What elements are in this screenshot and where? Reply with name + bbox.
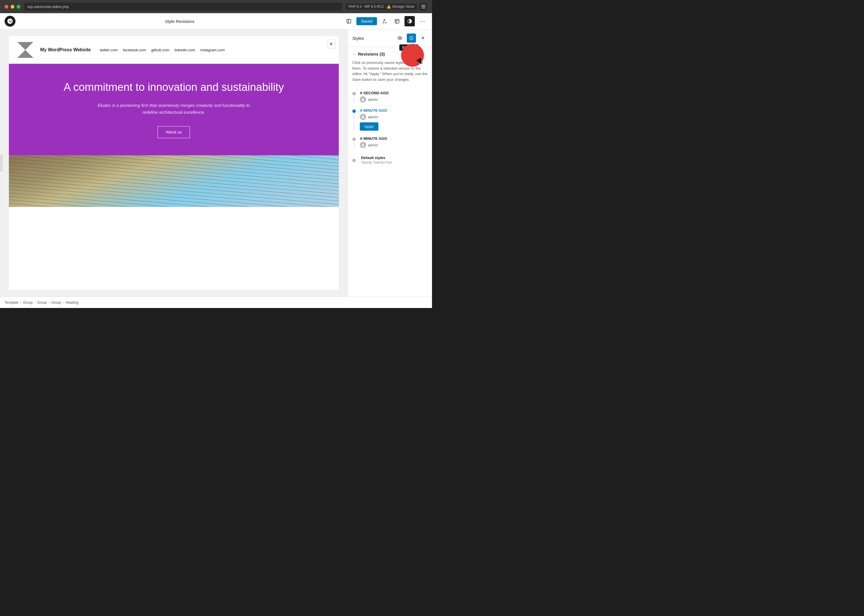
revision-line-3 xyxy=(354,142,354,148)
revision-dot-2 xyxy=(352,110,356,113)
panel-header-title: Styles xyxy=(352,36,393,41)
revisions-heading: Revisions (3) xyxy=(358,52,385,57)
hero-subtitle: Études is a pioneering firm that seamles… xyxy=(94,102,254,116)
side-panel: Styles Revision ✕ ← Revisions (3) Click … xyxy=(347,30,432,297)
minimize-traffic-light[interactable] xyxy=(11,5,14,9)
main-layout: My WordPress Website twitter.com faceboo… xyxy=(0,30,432,297)
revision-time-3: A MINUTE AGO xyxy=(360,137,427,141)
maximize-traffic-light[interactable] xyxy=(17,5,20,9)
revision-content-1: A SECOND AGO admin xyxy=(360,91,427,102)
site-image-section xyxy=(9,155,339,207)
admin-bar-title: Style Revisions xyxy=(19,19,340,24)
svg-point-5 xyxy=(362,98,364,99)
nav-link-facebook[interactable]: facebook.com xyxy=(123,48,146,52)
default-styles-title: Default styles xyxy=(361,156,392,160)
more-options-button[interactable]: ⋯ xyxy=(417,16,427,26)
default-dot xyxy=(352,159,356,162)
brush-icon xyxy=(382,19,387,24)
layout-icon xyxy=(394,19,400,24)
brush-icon-button[interactable] xyxy=(379,16,390,26)
author-avatar-1 xyxy=(360,96,366,102)
browser-actions: PHP 8.3 - WP 6.5-RC2 - ⚠️ Storage: None xyxy=(346,3,427,11)
breadcrumb-sep-2: › xyxy=(35,300,36,305)
user-icon-3 xyxy=(361,143,365,147)
architectural-image xyxy=(9,155,339,207)
panel-header: Styles Revision ✕ xyxy=(348,30,432,47)
user-icon-1 xyxy=(361,97,365,101)
revision-dot-col-1 xyxy=(352,91,356,102)
revision-author-row-1: admin xyxy=(360,96,427,102)
revision-time-1: A SECOND AGO xyxy=(360,91,427,95)
preview-icon-button[interactable] xyxy=(344,16,354,26)
apply-button[interactable]: Apply xyxy=(360,123,379,130)
menu-line-2 xyxy=(421,6,426,7)
hero-title: A commitment to innovation and sustainab… xyxy=(20,81,327,94)
default-styles-subtitle: Twenty Twenty-Four xyxy=(361,160,392,165)
close-traffic-light[interactable] xyxy=(5,5,8,9)
nav-link-linkedin[interactable]: linkedin.com xyxy=(174,48,195,52)
revision-author-row-2: admin xyxy=(360,114,427,120)
eye-icon-button[interactable] xyxy=(395,33,404,43)
contrast-icon-button[interactable] xyxy=(404,16,415,26)
author-avatar-2 xyxy=(360,114,366,120)
preview-icon xyxy=(346,19,352,24)
revision-dot-col-3 xyxy=(352,137,356,148)
menu-line-3 xyxy=(421,8,426,8)
history-icon-button[interactable]: Revision xyxy=(407,33,416,43)
contrast-icon xyxy=(407,19,412,24)
saved-button[interactable]: Saved xyxy=(357,17,377,25)
site-hero: A commitment to innovation and sustainab… xyxy=(9,64,339,155)
revision-line-2 xyxy=(354,114,354,130)
revision-dot-col-2 xyxy=(352,108,356,130)
browser-menu-button[interactable] xyxy=(419,3,427,11)
default-styles-content: Default styles Twenty Twenty-Four xyxy=(361,156,392,165)
svg-point-3 xyxy=(399,38,401,39)
breadcrumb-item-heading[interactable]: Heading xyxy=(66,300,79,305)
svg-point-7 xyxy=(362,143,364,145)
site-nav: twitter.com facebook.com github.com link… xyxy=(100,48,225,52)
history-icon xyxy=(409,36,414,41)
breadcrumb-sep-4: › xyxy=(63,300,64,305)
admin-bar-actions: Saved ⋯ xyxy=(344,16,427,26)
close-panel-button[interactable]: ✕ xyxy=(418,33,427,43)
breadcrumb: Template › Group › Group › Group › Headi… xyxy=(0,297,432,308)
cursor-indicator xyxy=(401,44,424,67)
site-logo xyxy=(17,42,33,58)
traffic-lights xyxy=(5,5,20,9)
wp-admin-bar: Style Revisions Saved ⋯ xyxy=(0,13,432,30)
breadcrumb-item-group-3[interactable]: Group xyxy=(51,300,61,305)
wordpress-logo-icon xyxy=(7,18,13,24)
svg-point-6 xyxy=(362,115,364,117)
nav-link-instagram[interactable]: instagram.com xyxy=(201,48,225,52)
default-styles-section: Default styles Twenty Twenty-Four xyxy=(352,153,427,165)
layout-icon-button[interactable] xyxy=(392,16,402,26)
list-item[interactable]: A SECOND AGO admin xyxy=(352,88,427,105)
menu-line-1 xyxy=(421,5,426,5)
left-resize-handle[interactable] xyxy=(0,154,3,171)
breadcrumb-item-group-1[interactable]: Group xyxy=(23,300,33,305)
close-preview-button[interactable]: ✕ xyxy=(327,39,335,48)
address-bar[interactable]: /wp-admin/site-editor.php xyxy=(24,3,342,11)
site-header: My WordPress Website twitter.com faceboo… xyxy=(9,36,339,64)
nav-link-github[interactable]: github.com xyxy=(151,48,170,52)
svg-rect-1 xyxy=(395,19,399,23)
arch-lines-overlay xyxy=(9,155,339,207)
back-button[interactable]: ← xyxy=(352,52,357,57)
list-item[interactable]: A MINUTE AGO admin Apply xyxy=(352,105,427,134)
breadcrumb-sep-3: › xyxy=(49,300,50,305)
revision-content-2: A MINUTE AGO admin Apply xyxy=(360,108,427,130)
breadcrumb-item-template[interactable]: Template xyxy=(5,300,19,305)
svg-rect-0 xyxy=(347,19,351,23)
revision-time-2: A MINUTE AGO xyxy=(360,108,427,113)
wordpress-logo[interactable] xyxy=(5,16,16,27)
revision-content-3: A MINUTE AGO admin xyxy=(360,137,427,148)
nav-link-twitter[interactable]: twitter.com xyxy=(100,48,118,52)
site-title: My WordPress Website xyxy=(40,47,91,52)
canvas-area: My WordPress Website twitter.com faceboo… xyxy=(0,30,347,297)
hero-cta-button[interactable]: About us xyxy=(157,126,190,138)
breadcrumb-item-group-2[interactable]: Group xyxy=(37,300,47,305)
default-dot-col xyxy=(352,157,356,163)
revision-dot-1 xyxy=(352,92,356,96)
list-item[interactable]: A MINUTE AGO admin xyxy=(352,134,427,151)
eye-icon xyxy=(397,36,402,41)
